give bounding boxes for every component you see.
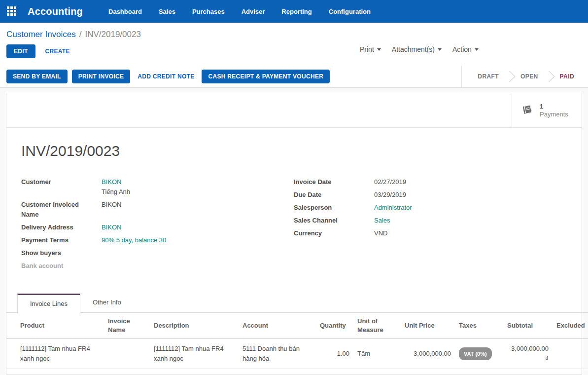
field-group-right: Invoice Date 02/27/2019 Due Date 03/29/2… bbox=[294, 177, 570, 274]
print-dropdown[interactable]: Print bbox=[360, 45, 381, 53]
col-subtotal[interactable]: Subtotal bbox=[503, 313, 553, 339]
app-name[interactable]: Accounting bbox=[28, 6, 83, 17]
col-description[interactable]: Description bbox=[150, 313, 239, 339]
action-dropdown[interactable]: Action bbox=[452, 45, 479, 53]
state-paid[interactable]: PAID bbox=[554, 73, 580, 80]
col-quantity[interactable]: Quantity bbox=[316, 313, 353, 339]
nav-purchases[interactable]: Purchases bbox=[192, 8, 225, 15]
field-sales-channel: Sales Channel Sales bbox=[294, 216, 570, 225]
chevron-right-icon bbox=[543, 71, 554, 82]
field-value: 02/27/2019 bbox=[374, 177, 406, 187]
table-header-row: Product Invoice Name Description Account… bbox=[6, 313, 588, 339]
cell-unit-price[interactable]: 3,000,000.00 bbox=[401, 339, 455, 369]
attachments-dropdown[interactable]: Attachment(s) bbox=[392, 45, 442, 53]
caret-down-icon bbox=[438, 48, 442, 51]
notebook-tabs: Invoice Lines Other Info bbox=[17, 294, 582, 313]
cell-excluded[interactable] bbox=[553, 339, 588, 369]
col-taxes[interactable]: Taxes bbox=[455, 313, 503, 339]
col-invoice-name[interactable]: Invoice Name bbox=[104, 313, 150, 339]
caret-down-icon bbox=[377, 48, 381, 51]
field-bank-account: Bank account bbox=[21, 261, 285, 271]
sidebar-dropdowns: Print Attachment(s) Action bbox=[360, 45, 479, 53]
field-value: 03/29/2019 bbox=[374, 190, 406, 200]
chevron-right-icon bbox=[504, 71, 516, 82]
main-menu: Dashboard Sales Purchases Adviser Report… bbox=[108, 8, 371, 15]
create-button[interactable]: CREATE bbox=[45, 48, 70, 55]
field-label: Delivery Address bbox=[21, 223, 102, 232]
tax-badge: VAT (0%) bbox=[459, 347, 492, 360]
col-excluded[interactable]: Excluded bbox=[553, 313, 588, 339]
field-payment-terms: Payment Terms 90% 5 day, balance 30 bbox=[21, 235, 285, 245]
nav-dashboard[interactable]: Dashboard bbox=[108, 8, 142, 15]
col-account[interactable]: Account bbox=[239, 313, 316, 339]
journal-book-icon bbox=[521, 104, 534, 117]
state-draft[interactable]: DRAFT bbox=[472, 73, 505, 80]
field-label: Invoice Date bbox=[294, 177, 374, 187]
invoice-lines-table: Product Invoice Name Description Account… bbox=[6, 313, 588, 369]
print-invoice-button[interactable]: PRINT INVOICE bbox=[72, 70, 131, 83]
cell-invoice-name[interactable] bbox=[104, 339, 150, 369]
send-by-email-button[interactable]: SEND BY EMAIL bbox=[6, 70, 68, 83]
field-invoice-date: Invoice Date 02/27/2019 bbox=[294, 177, 570, 187]
field-delivery-address: Delivery Address BIKON bbox=[21, 223, 285, 232]
cell-account[interactable]: 5111 Doanh thu bán hàng hóa bbox=[239, 339, 316, 369]
field-label: Sales Channel bbox=[294, 216, 374, 225]
delivery-address-link[interactable]: BIKON bbox=[102, 224, 121, 231]
caret-down-icon bbox=[475, 48, 479, 51]
field-label: Currency bbox=[294, 228, 374, 238]
statusbar: SEND BY EMAIL PRINT INVOICE ADD CREDIT N… bbox=[0, 66, 588, 88]
cash-receipt-voucher-button[interactable]: CASH RECEIPT & PAYMENT VOUCHER bbox=[202, 70, 330, 83]
field-label: Bank account bbox=[21, 261, 102, 271]
field-label: Customer bbox=[21, 177, 102, 197]
cell-product[interactable]: [1111112] Tam nhua FR4 xanh ngoc bbox=[6, 339, 104, 369]
add-credit-note-button[interactable]: ADD CREDIT NOTE bbox=[138, 73, 194, 80]
field-salesperson: Salesperson Administrator bbox=[294, 203, 570, 213]
cell-taxes[interactable]: VAT (0%) bbox=[455, 339, 503, 369]
nav-adviser[interactable]: Adviser bbox=[242, 8, 265, 15]
field-label: Show buyers bbox=[21, 248, 102, 258]
invoice-line-row[interactable]: [1111112] Tam nhua FR4 xanh ngoc [111111… bbox=[6, 339, 588, 369]
field-due-date: Due Date 03/29/2019 bbox=[294, 190, 570, 200]
breadcrumb-separator: / bbox=[79, 30, 82, 39]
field-customer: Customer BIKON Tiếng Anh bbox=[21, 177, 285, 197]
breadcrumb-parent[interactable]: Customer Invoices bbox=[6, 30, 76, 39]
breadcrumb-current: INV/2019/0023 bbox=[85, 30, 141, 39]
cell-quantity[interactable]: 1.00 bbox=[316, 339, 353, 369]
customer-subtext: Tiếng Anh bbox=[102, 187, 130, 197]
field-label: Salesperson bbox=[294, 203, 374, 213]
sales-channel-link[interactable]: Sales bbox=[374, 217, 390, 224]
field-label: Customer Invoiced Name bbox=[21, 200, 102, 220]
tab-other-info[interactable]: Other Info bbox=[80, 294, 134, 313]
cell-uom[interactable]: Tấm bbox=[353, 339, 401, 369]
col-product[interactable]: Product bbox=[6, 313, 104, 339]
edit-button[interactable]: EDIT bbox=[6, 44, 35, 58]
field-currency: Currency VND bbox=[294, 228, 570, 238]
state-open[interactable]: OPEN bbox=[515, 73, 544, 80]
field-label: Payment Terms bbox=[21, 235, 102, 245]
apps-menu-icon[interactable] bbox=[7, 6, 17, 16]
invoice-sheet: 1 Payments INV/2019/0023 Customer BIKON … bbox=[6, 93, 582, 375]
breadcrumb: Customer Invoices/INV/2019/0023 bbox=[6, 30, 581, 39]
col-unit-price[interactable]: Unit Price bbox=[401, 313, 455, 339]
cell-description[interactable]: [1111112] Tam nhua FR4 xanh ngoc bbox=[150, 339, 239, 369]
payments-stat-button[interactable]: 1 Payments bbox=[512, 93, 582, 127]
tab-invoice-lines[interactable]: Invoice Lines bbox=[17, 294, 80, 313]
salesperson-link[interactable]: Administrator bbox=[374, 204, 412, 211]
nav-configuration[interactable]: Configuration bbox=[329, 8, 371, 15]
state-widget: DRAFT OPEN PAID bbox=[461, 66, 588, 88]
cell-subtotal[interactable]: 3,000,000.00 ₫ bbox=[503, 339, 553, 369]
customer-link[interactable]: BIKON bbox=[102, 177, 130, 187]
field-groups: Customer BIKON Tiếng Anh Customer Invoic… bbox=[21, 177, 582, 274]
field-show-buyers: Show buyers bbox=[21, 248, 285, 258]
col-unit-of-measure[interactable]: Unit of Measure bbox=[353, 313, 401, 339]
payments-label: Payments bbox=[540, 111, 568, 118]
nav-reporting[interactable]: Reporting bbox=[281, 8, 311, 15]
field-label: Due Date bbox=[294, 190, 374, 200]
divider bbox=[333, 66, 333, 88]
field-value: BIKON bbox=[102, 200, 121, 220]
payment-terms-link[interactable]: 90% 5 day, balance 30 bbox=[102, 236, 166, 244]
field-customer-invoiced-name: Customer Invoiced Name BIKON bbox=[21, 200, 285, 220]
nav-sales[interactable]: Sales bbox=[159, 8, 175, 15]
top-navbar: Accounting Dashboard Sales Purchases Adv… bbox=[0, 0, 588, 23]
control-panel: Customer Invoices/INV/2019/0023 EDIT CRE… bbox=[0, 23, 588, 66]
